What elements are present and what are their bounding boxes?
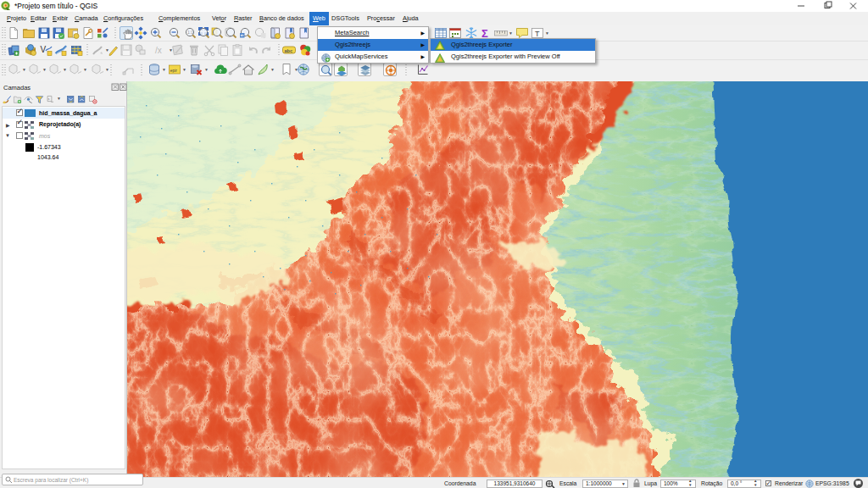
svg-text:1:1: 1:1 — [187, 30, 193, 35]
svg-text:abc: abc — [285, 48, 292, 53]
svg-text:V: V — [41, 45, 47, 54]
svg-text:T: T — [535, 30, 540, 38]
svg-text:/x: /x — [155, 46, 162, 55]
svg-text:ε: ε — [48, 97, 50, 101]
svg-text:epir: epir — [170, 69, 177, 73]
